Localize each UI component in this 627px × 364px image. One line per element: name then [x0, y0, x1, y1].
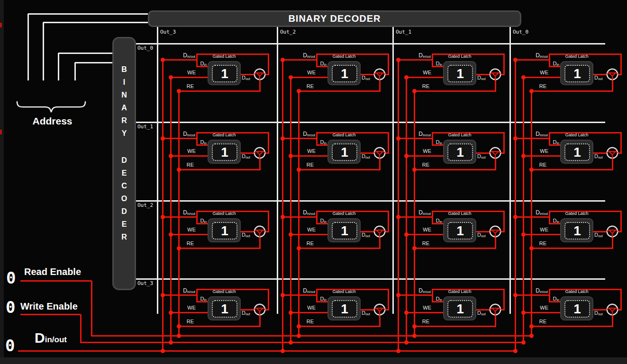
gated-latch-cell[interactable]: Din/out WE RE Gated Latch 1 Din Dout: [157, 201, 271, 253]
tristate-buffer-icon[interactable]: [489, 146, 502, 160]
cell-we-label: WE: [176, 227, 196, 232]
gated-latch-chip[interactable]: 1: [560, 296, 593, 320]
gated-latch-chip[interactable]: 1: [560, 61, 593, 85]
tristate-buffer-icon[interactable]: [373, 225, 386, 238]
gated-latch-cell[interactable]: Din/out WE RE Gated Latch 1 Din Dout: [277, 122, 391, 174]
latch-state-display: 1: [332, 143, 357, 161]
cell-we-label: WE: [296, 148, 316, 154]
cell-din-label: Din: [430, 139, 442, 145]
wire-junction-dot: [169, 232, 173, 237]
tristate-buffer-icon[interactable]: [373, 303, 386, 316]
tristate-buffer-icon[interactable]: [489, 68, 502, 81]
row-select-label: Out_1: [137, 124, 153, 130]
gated-latch-title: Gated Latch: [441, 289, 478, 294]
latch-state-display: 1: [564, 65, 590, 82]
gated-latch-chip[interactable]: 1: [443, 296, 476, 320]
tristate-buffer-icon[interactable]: [253, 68, 266, 81]
cell-dout-label: Dout: [242, 153, 250, 159]
gated-latch-chip[interactable]: 1: [560, 218, 593, 242]
cell-dout-label: Dout: [477, 310, 486, 316]
gated-latch-cell[interactable]: Din/out WE RE Gated Latch 1 Din Dout: [277, 201, 391, 253]
gated-latch-cell[interactable]: Din/out WE RE Gated Latch 1 Din Dout: [510, 279, 624, 331]
vertical-decoder-letter: R: [121, 117, 127, 124]
column-select-label: Out_2: [280, 29, 296, 35]
tristate-buffer-icon[interactable]: [373, 68, 386, 81]
wire-segment: [179, 169, 261, 170]
gated-latch-chip[interactable]: 1: [208, 296, 241, 320]
wire-segment: [388, 289, 389, 311]
tristate-buffer-icon[interactable]: [489, 225, 502, 238]
cell-din-label: Din: [430, 61, 442, 66]
gated-latch-cell[interactable]: Din/out WE RE Gated Latch 1 Din Dout: [277, 44, 391, 96]
gated-latch-chip[interactable]: 1: [327, 218, 361, 242]
wire-segment: [531, 248, 613, 249]
vertical-decoder-letter: N: [121, 91, 127, 99]
gated-latch-chip[interactable]: 1: [208, 61, 241, 85]
tristate-buffer-icon[interactable]: [606, 146, 619, 160]
wire-segment: [282, 59, 317, 61]
wire-junction-dot: [297, 168, 301, 172]
left-binary-decoder[interactable]: BINARYDECODER: [112, 37, 136, 290]
wire-segment: [379, 159, 381, 170]
gated-latch-cell[interactable]: Din/out WE RE Gated Latch 1 Din Dout: [157, 279, 271, 331]
wire-junction-dot: [289, 340, 293, 345]
wire-segment: [171, 77, 209, 78]
write-enable-wire: [20, 314, 81, 315]
cell-we-label: WE: [528, 70, 548, 75]
gated-latch-cell[interactable]: Din/out WE RE Gated Latch 1 Din Dout: [277, 279, 391, 331]
tristate-buffer-icon[interactable]: [253, 303, 266, 316]
read-enable-toggle[interactable]: 0: [6, 270, 16, 286]
gated-latch-cell[interactable]: Din/out WE RE Gated Latch 1 Din Dout: [393, 122, 507, 174]
gated-latch-cell[interactable]: Din/out WE RE Gated Latch 1 Din Dout: [393, 44, 507, 96]
gated-latch-chip[interactable]: 1: [327, 296, 361, 320]
wire-segment: [515, 216, 549, 218]
gated-latch-cell[interactable]: Din/out WE RE Gated Latch 1 Din Dout: [510, 201, 624, 253]
top-binary-decoder[interactable]: BINARY DECODER: [148, 10, 521, 27]
gated-latch-cell[interactable]: Din/out WE RE Gated Latch 1 Din Dout: [393, 201, 507, 253]
cell-dout-label: Dout: [477, 75, 486, 80]
cell-din-label: Din: [547, 218, 559, 223]
address-wire: [43, 22, 44, 80]
tristate-buffer-icon[interactable]: [606, 68, 619, 81]
wire-segment: [179, 326, 261, 327]
tristate-buffer-icon[interactable]: [253, 146, 266, 160]
gated-latch-chip[interactable]: 1: [560, 140, 593, 164]
gated-latch-chip[interactable]: 1: [327, 140, 361, 164]
wire-junction-dot: [404, 232, 409, 237]
wire-junction-dot: [161, 349, 165, 353]
latch-state-display: 1: [212, 222, 237, 240]
latch-state-display: 1: [212, 300, 237, 318]
write-enable-wire: [80, 314, 82, 343]
write-enable-bus: [80, 342, 524, 343]
wire-junction-dot: [412, 89, 417, 93]
wire-segment: [299, 248, 381, 249]
tristate-buffer-icon[interactable]: [606, 303, 619, 316]
wire-segment: [379, 80, 381, 91]
wire-junction-dot: [297, 89, 301, 93]
cell-we-label: WE: [411, 70, 431, 75]
write-enable-toggle[interactable]: 0: [6, 299, 15, 315]
gated-latch-chip[interactable]: 1: [208, 140, 241, 164]
gated-latch-cell[interactable]: Din/out WE RE Gated Latch 1 Din Dout: [393, 279, 507, 331]
wire-segment: [620, 211, 622, 232]
tristate-buffer-icon[interactable]: [489, 303, 502, 316]
tristate-buffer-icon[interactable]: [606, 225, 619, 238]
wire-segment: [299, 169, 381, 170]
wire-segment: [503, 211, 505, 232]
gated-latch-cell[interactable]: Din/out WE RE Gated Latch 1 Din Dout: [157, 44, 271, 96]
vertical-decoder-letter: R: [121, 233, 127, 241]
wire-junction-dot: [521, 75, 526, 80]
gated-latch-chip[interactable]: 1: [443, 140, 476, 164]
gated-latch-cell[interactable]: Din/out WE RE Gated Latch 1 Din Dout: [510, 44, 624, 96]
tristate-buffer-icon[interactable]: [373, 146, 386, 160]
gated-latch-chip[interactable]: 1: [208, 218, 241, 242]
gated-latch-title: Gated Latch: [326, 211, 363, 216]
gated-latch-cell[interactable]: Din/out WE RE Gated Latch 1 Din Dout: [510, 122, 624, 174]
gated-latch-chip[interactable]: 1: [443, 61, 476, 85]
data-inout-toggle[interactable]: 0: [5, 337, 15, 354]
tristate-buffer-icon[interactable]: [253, 225, 266, 238]
gated-latch-cell[interactable]: Din/out WE RE Gated Latch 1 Din Dout: [157, 122, 271, 174]
gated-latch-chip[interactable]: 1: [443, 218, 476, 242]
latch-state-display: 1: [447, 143, 473, 161]
gated-latch-chip[interactable]: 1: [327, 61, 361, 85]
